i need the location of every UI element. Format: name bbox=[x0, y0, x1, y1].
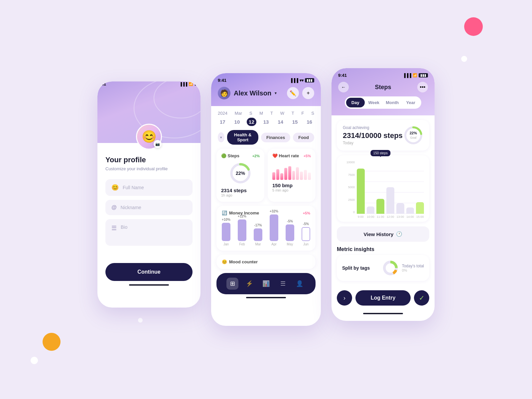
camera-icon[interactable]: 📷 bbox=[154, 140, 162, 148]
nav-list[interactable]: ☰ bbox=[277, 278, 289, 290]
income-bar-mar: -17% Mar bbox=[254, 223, 262, 246]
back-button[interactable]: ← bbox=[338, 82, 349, 92]
tab-finances[interactable]: Finances bbox=[261, 133, 290, 142]
tab-day[interactable]: Day bbox=[346, 98, 365, 107]
cal-day-17[interactable]: 17 bbox=[218, 118, 227, 126]
expand-button[interactable]: ▾ bbox=[218, 132, 224, 142]
status-icons-2: ▐▐▐ ▾▾ ▮▮▮ bbox=[290, 78, 314, 83]
log-entry-button[interactable]: Log Entry bbox=[355, 290, 411, 306]
income-header: 🔄 Money Income +5% bbox=[222, 210, 310, 215]
cal-day-15[interactable]: 15 bbox=[290, 118, 300, 126]
insights-title: Metric insights bbox=[337, 246, 429, 252]
decorative-yellow-circle bbox=[43, 333, 61, 351]
chart-bar-1000 bbox=[367, 161, 375, 214]
profile-header: 9:41 ▐▐▐ 📶 ▮▮▮ 😊 📷 bbox=[97, 81, 200, 143]
nickname-field[interactable]: @ Nickname bbox=[105, 200, 193, 215]
grid-icon: ⊞ bbox=[230, 280, 235, 287]
heart-bar-5 bbox=[288, 166, 291, 180]
chart-content: 10000 7500 5000 2500 0 bbox=[342, 161, 424, 218]
chart-icon: 📊 bbox=[262, 280, 270, 287]
steps-donut: 22% bbox=[229, 162, 252, 185]
todays-total-info: Today's total 0% bbox=[402, 264, 424, 272]
status-time-3: 9:41 bbox=[338, 73, 347, 78]
next-button[interactable]: › bbox=[337, 290, 352, 306]
bio-icon: ☰ bbox=[111, 224, 117, 232]
goal-label: Goal achieving bbox=[343, 125, 403, 130]
add-button[interactable]: + bbox=[302, 87, 314, 99]
steps-time: 1h ago bbox=[221, 193, 260, 197]
todays-total-label: Today's total bbox=[402, 264, 424, 268]
time-tabs: Day Week Month Year bbox=[345, 96, 421, 109]
chart-bar-1400 bbox=[406, 161, 414, 214]
view-history-label: View History bbox=[364, 231, 394, 237]
steps-chart-card: 10000 7500 5000 2500 0 bbox=[337, 155, 429, 222]
heart-bar-9 bbox=[304, 170, 307, 180]
steps-value: 2314 steps bbox=[221, 188, 260, 193]
tags-info: Split by tags bbox=[342, 265, 370, 271]
calendar-section: 2024 Mar S M T W T F S 17 10 12 bbox=[211, 106, 321, 126]
nav-lightning[interactable]: ⚡ bbox=[243, 278, 255, 290]
edit-button[interactable]: ✏️ bbox=[287, 87, 299, 99]
decorative-pink-circle bbox=[464, 17, 483, 36]
nav-chart[interactable]: 📊 bbox=[260, 278, 272, 290]
x-axis-labels: 9:00 10:00 11:00 12:00 13:00 14:00 15:00 bbox=[357, 215, 424, 218]
lightning-icon: ⚡ bbox=[246, 280, 253, 287]
steps-percentage: 22% bbox=[236, 171, 245, 176]
heart-bar-4 bbox=[284, 168, 287, 180]
cal-day-14[interactable]: 14 bbox=[276, 118, 285, 126]
chart-bar-1500 bbox=[416, 161, 424, 214]
cal-day-13[interactable]: 13 bbox=[261, 118, 271, 126]
cal-day-10[interactable]: 10 bbox=[232, 118, 242, 126]
cal-day-12[interactable]: 12 bbox=[247, 118, 256, 126]
phone-profile: 9:41 ▐▐▐ 📶 ▮▮▮ 😊 📷 Your profile Customiz… bbox=[97, 81, 200, 308]
tab-month[interactable]: Month bbox=[383, 98, 402, 107]
check-button[interactable]: ✓ bbox=[414, 290, 429, 306]
heart-bars-chart bbox=[272, 162, 311, 180]
status-bar-3: 9:41 ▐▐▐ 📶 ▮▮▮ bbox=[338, 73, 428, 78]
view-history-button[interactable]: View History 🕐 bbox=[337, 226, 429, 242]
tab-food[interactable]: Food bbox=[293, 133, 314, 142]
steps-card: 🟢 Steps +2% 22% 2314 steps 1h ago bbox=[216, 149, 264, 202]
nav-person[interactable]: 👤 bbox=[294, 278, 306, 290]
goal-info: Goal achieving 2314/10000 steps Today bbox=[343, 125, 403, 145]
chevron-down-icon[interactable]: ▾ bbox=[275, 91, 277, 95]
heart-bar-10 bbox=[308, 173, 311, 180]
cal-s2: S bbox=[311, 111, 314, 116]
cal-f: F bbox=[301, 111, 304, 116]
steps-label: 🟢 Steps bbox=[221, 153, 239, 158]
full-name-field[interactable]: 😊 Full Name bbox=[105, 179, 193, 196]
nav-grid[interactable]: ⊞ bbox=[226, 278, 238, 290]
bio-label: Bio bbox=[121, 224, 127, 230]
tab-health-sport[interactable]: Health & Sport bbox=[227, 130, 258, 145]
heart-badge: +5% bbox=[304, 154, 311, 158]
signal-icon-2: ▐▐▐ bbox=[290, 78, 298, 83]
steps-tooltip: 150 steps bbox=[371, 150, 390, 156]
chart-bar-1300 bbox=[396, 161, 404, 214]
cal-t2: T bbox=[292, 111, 294, 116]
tab-year[interactable]: Year bbox=[402, 98, 420, 107]
more-options-button[interactable]: ••• bbox=[417, 82, 428, 92]
tab-week[interactable]: Week bbox=[365, 98, 383, 107]
continue-button[interactable]: Continue bbox=[105, 263, 193, 281]
user-name: Alex Wilson bbox=[234, 89, 271, 97]
cal-day-16[interactable]: 16 bbox=[305, 118, 314, 126]
income-bar-may: -5% May bbox=[286, 219, 294, 246]
income-bar-apr: +32% Apr bbox=[270, 209, 278, 246]
profile-body: Your profile Customize your individual p… bbox=[97, 143, 200, 294]
bars-row: 150 steps bbox=[357, 161, 424, 214]
mood-card: 😊 Mood counter bbox=[216, 255, 316, 269]
status-time-2: 9:41 bbox=[218, 78, 226, 83]
battery-icon-2: ▮▮▮ bbox=[305, 78, 314, 82]
decorative-white-circle-1 bbox=[461, 56, 467, 62]
chart-bar-900 bbox=[357, 161, 365, 214]
battery-icon-3: ▮▮▮ bbox=[419, 73, 428, 77]
steps-badge: +2% bbox=[252, 154, 260, 158]
decorative-white-circle-3 bbox=[31, 357, 38, 364]
goal-percentage-label: 22%Goal bbox=[410, 131, 417, 140]
screens-container: 9:41 ▐▐▐ 📶 ▮▮▮ 😊 📷 Your profile Customiz… bbox=[0, 0, 532, 399]
bio-field[interactable]: ☰ Bio bbox=[105, 219, 193, 246]
user-info: 🧑 Alex Wilson ▾ bbox=[218, 87, 277, 99]
user-avatar: 🧑 bbox=[218, 87, 230, 99]
chart-bar-1200 bbox=[386, 161, 394, 214]
todays-value: 0% bbox=[402, 268, 424, 272]
